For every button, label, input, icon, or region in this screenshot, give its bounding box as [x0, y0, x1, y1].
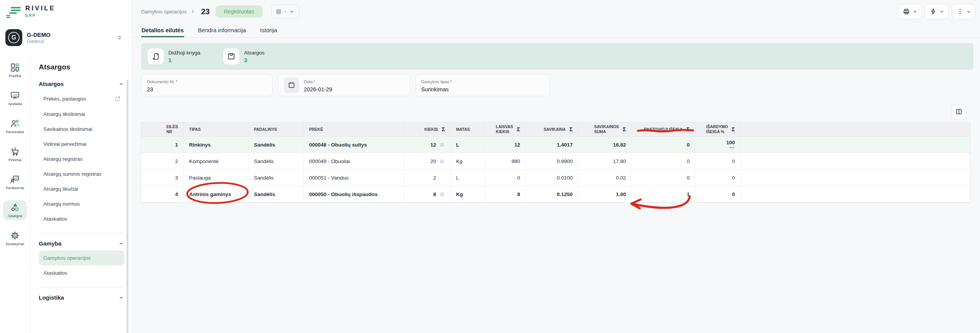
- column-header-matas[interactable]: MATAS: [451, 122, 485, 136]
- cell-preke: 000050 - Obuolių išspaudos: [304, 186, 404, 202]
- rail-item-pirkimai[interactable]: Pirkimai: [0, 140, 30, 168]
- column-settings-button[interactable]: [951, 104, 967, 120]
- print-button[interactable]: [898, 4, 922, 19]
- menu-item-label: Ataskaitos: [43, 216, 67, 222]
- sum-icon[interactable]: Σ: [732, 126, 735, 132]
- menu-section-logistika[interactable]: Logistika: [39, 294, 124, 301]
- cell-value: 0: [687, 142, 690, 148]
- account-switcher[interactable]: G G-DEMO Giedrius: [5, 29, 127, 46]
- external-link-icon: [114, 96, 121, 102]
- chevron-down-icon: [939, 9, 944, 14]
- accounting-icon: [10, 91, 20, 101]
- table-row[interactable]: 4Antrinis gaminysSandėlis000050 - Obuoli…: [141, 186, 970, 203]
- view-selector[interactable]: -: [271, 5, 299, 18]
- rail-item-pill: Atsargos: [3, 200, 27, 220]
- cell-suma: 1.00: [578, 186, 632, 202]
- cell-padalinys: Sandėlis: [249, 153, 304, 169]
- rail-item-personalas[interactable]: Personalas: [0, 112, 30, 140]
- warning-dots: •••: [730, 146, 735, 150]
- more-button[interactable]: [952, 4, 975, 19]
- table-row[interactable]: 1RinkinysSandėlis000048 - Obuolių sultys…: [141, 137, 970, 153]
- tab-bendra-informacija[interactable]: Bendra informacija: [198, 23, 246, 37]
- column-header-savikaina[interactable]: SAVIKAINAΣ: [526, 122, 578, 136]
- doc-number: 23: [201, 7, 210, 16]
- menu-section-label: Logistika: [39, 294, 64, 301]
- tab-istorija[interactable]: Istorija: [260, 23, 277, 37]
- column-header-pastovioji-iseiga[interactable]: PASTOVIOJI IŠEIGAΣ: [632, 122, 695, 136]
- rail-item-pradzia[interactable]: Pradžia: [0, 56, 30, 84]
- rail-item-pardavimai[interactable]: Pardavimai: [0, 168, 30, 196]
- brand-name: RIVILE: [25, 5, 56, 12]
- cell-value: Antrinis gaminys: [189, 191, 231, 197]
- quantity-lines-icon[interactable]: [439, 142, 445, 148]
- rail-item-label: Pirkimai: [8, 158, 21, 162]
- sum-icon[interactable]: Σ: [442, 126, 445, 132]
- rail-item-atsargos[interactable]: Atsargos: [0, 196, 30, 224]
- cell-tipas: Antrinis gaminys: [184, 186, 249, 202]
- field-text: Gamybos tipas*Surinkimas: [421, 78, 452, 92]
- rail-item-label: Nustatymai: [6, 242, 24, 246]
- field-dokumento-nr[interactable]: Dokumento Nr.*23: [141, 74, 273, 96]
- menu-title: Atsargos: [39, 63, 125, 71]
- sidebar-item-atsargu-likuciai[interactable]: Atsargų likučiai: [39, 181, 125, 196]
- field-data[interactable]: Data*2026-01-29: [278, 74, 410, 96]
- column-header-isardymo-iseiga[interactable]: IŠARDYMOIŠEIGA %Σ: [695, 122, 741, 136]
- sum-icon[interactable]: Σ: [687, 126, 690, 132]
- menu-section-gamyba[interactable]: Gamyba: [39, 240, 124, 247]
- cell-matas: Kg: [451, 186, 485, 202]
- summary-text: Atsargos3: [244, 50, 264, 63]
- brand-sub: ERP: [25, 13, 56, 18]
- menu-scrollbar[interactable]: [127, 80, 128, 333]
- column-header-eiles-nr[interactable]: EILĖSNR: [141, 122, 184, 136]
- sidebar-item-gamybos-operacijos[interactable]: Gamybos operacijos: [39, 251, 125, 265]
- sidebar-item-ataskaitos[interactable]: Ataskaitos: [39, 211, 125, 226]
- kebab-menu-icon: [956, 8, 964, 15]
- quantity-lines-icon[interactable]: [439, 191, 445, 197]
- rail-item-apskaita[interactable]: Apskaita: [0, 84, 30, 112]
- rail-item-pill: Pradžia: [3, 60, 27, 80]
- field-gamybos-tipas[interactable]: Gamybos tipas*Surinkimas: [415, 74, 550, 96]
- menu-section-atsargos[interactable]: Atsargos: [39, 81, 124, 87]
- cell-value: Komponentė: [189, 158, 219, 164]
- column-header-kiekis[interactable]: KIEKISΣ: [404, 122, 451, 136]
- sidebar-item-atsargu-normos[interactable]: Atsargų normos: [39, 196, 125, 211]
- column-header-label: PREKĖ: [309, 127, 323, 132]
- sidebar-item-ataskaitos[interactable]: Ataskaitos: [39, 265, 125, 280]
- column-header-laisvas-kiekis[interactable]: LAISVASKIEKISΣ: [485, 122, 526, 136]
- cell-laisvas: 0: [485, 170, 526, 186]
- field-value: Surinkimas: [421, 86, 452, 92]
- column-header-label: MATAS: [456, 127, 470, 132]
- sidebar-item-vidiniai-pervezimai[interactable]: Vidiniai pervežimai: [39, 137, 125, 152]
- table-row[interactable]: 3PaslaugaSandėlis000051 - Vanduo2L00.010…: [141, 170, 970, 186]
- cell-value: 000048 - Obuolių sultys: [309, 142, 367, 148]
- cell-value: 0: [517, 175, 520, 181]
- quick-actions-button[interactable]: [925, 4, 949, 19]
- quantity-lines-icon[interactable]: [439, 158, 445, 164]
- sum-icon[interactable]: Σ: [623, 126, 626, 132]
- sidebar-item-atsargu-tikslinimai[interactable]: Atsargų tikslinimai: [39, 107, 125, 122]
- sidebar-item-savikainos-tikslinimai[interactable]: Savikainos tikslinimai: [39, 122, 125, 137]
- column-header-tipas[interactable]: TIPAS: [184, 122, 249, 136]
- column-header-savikainos-suma[interactable]: SAVIKAINOSSUMAΣ: [578, 122, 632, 136]
- cell-value: 8: [517, 191, 520, 197]
- breadcrumb-link[interactable]: Gamybos operacijos: [141, 9, 187, 15]
- cell-value: 8: [433, 191, 436, 197]
- sidebar-item-atsargu-registras[interactable]: Atsargų registras: [39, 152, 125, 166]
- table-row[interactable]: 2KomponentėSandėlis000049 - Obuoliai20Kg…: [141, 153, 970, 170]
- sum-icon[interactable]: Σ: [517, 126, 520, 132]
- cell-value: 000051 - Vanduo: [309, 175, 349, 181]
- column-header-preke[interactable]: PREKĖ: [304, 122, 404, 136]
- column-header-padalinys[interactable]: PADALINYS: [249, 122, 304, 136]
- topbar: Gamybos operacijos 23 Registruotas -: [132, 0, 980, 23]
- sidebar-item-atsargu-suminis-registras[interactable]: Atsargų suminis registras: [39, 166, 125, 181]
- sum-icon[interactable]: Σ: [570, 126, 573, 132]
- lightning-icon: [929, 8, 937, 15]
- cell-value: Paslauga: [189, 175, 211, 181]
- cell-padalinys: Sandėlis: [249, 137, 304, 153]
- column-header-filler: [741, 122, 970, 136]
- menu-item-label: Atsargų suminis registras: [43, 171, 102, 177]
- brand-logo[interactable]: RIVILE ERP: [6, 5, 56, 18]
- tab-detalios-eilutes[interactable]: Detalios eilutės: [141, 23, 184, 37]
- sidebar-item-prekes-paslaugos[interactable]: Prekės, paslaugos: [39, 91, 125, 107]
- rail-item-nustatymai[interactable]: Nustatymai: [0, 224, 30, 252]
